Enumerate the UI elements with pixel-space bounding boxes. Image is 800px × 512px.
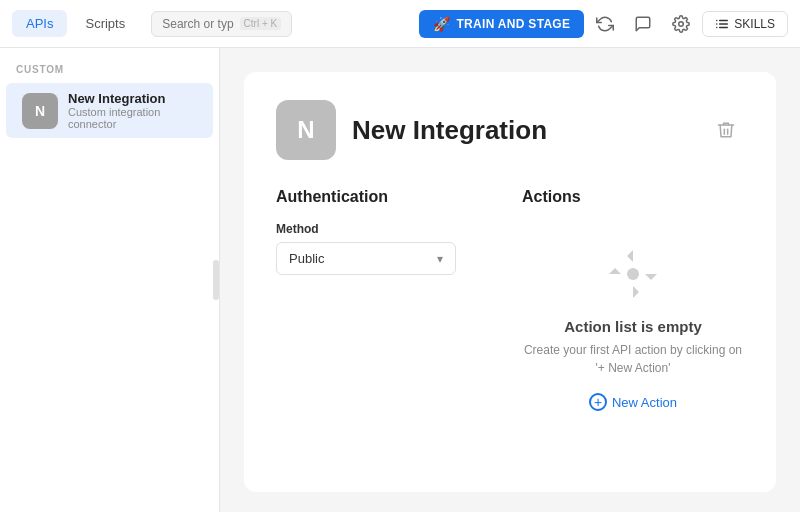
train-and-stage-button[interactable]: 🚀 TRAIN AND STAGE [419,10,584,38]
integration-avatar: N [276,100,336,160]
authentication-title: Authentication [276,188,498,206]
sidebar-item-new-integration[interactable]: N New Integration Custom integration con… [6,83,213,138]
skills-label: SKILLS [734,17,775,31]
content-area: N New Integration Authentication [220,48,800,512]
train-button-label: TRAIN AND STAGE [456,17,570,31]
move-icon [601,242,665,306]
chevron-down-icon: ▾ [437,252,443,266]
main-layout: CUSTOM N New Integration Custom integrat… [0,48,800,512]
search-input[interactable] [162,17,233,31]
sidebar-item-text: New Integration Custom integration conne… [68,91,197,130]
method-select[interactable]: Public ▾ [276,242,456,275]
integration-title: New Integration [352,115,692,146]
new-action-label: New Action [612,395,677,410]
actions-section: Actions Action list is empty Create your… [522,188,744,421]
method-value: Public [289,251,324,266]
svg-point-7 [627,268,639,280]
sidebar-drag-handle[interactable] [213,260,219,300]
search-bar: Ctrl + K [151,11,292,37]
sync-icon-button[interactable] [588,7,622,41]
rocket-icon: 🚀 [433,16,450,32]
gear-icon [672,15,690,33]
tab-scripts[interactable]: Scripts [71,10,139,37]
list-icon [715,17,729,31]
svg-point-0 [679,21,684,26]
sidebar-item-subtitle: Custom integration connector [68,106,197,130]
new-action-button[interactable]: + New Action [589,393,677,411]
delete-button[interactable] [708,112,744,148]
empty-state-title: Action list is empty [564,318,702,335]
skills-button[interactable]: SKILLS [702,11,788,37]
search-shortcut: Ctrl + K [240,17,282,30]
integration-header: N New Integration [276,100,744,160]
method-label: Method [276,222,498,236]
content-card: N New Integration Authentication [244,72,776,492]
authentication-section: Authentication Method Public ▾ [276,188,498,421]
actions-title: Actions [522,188,744,206]
plus-circle-icon: + [589,393,607,411]
two-columns: Authentication Method Public ▾ Actions [276,188,744,421]
sync-icon [596,15,614,33]
settings-icon-button[interactable] [664,7,698,41]
actions-empty-state: Action list is empty Create your first A… [522,222,744,421]
sidebar-item-avatar: N [22,93,58,129]
empty-state-desc: Create your first API action by clicking… [523,341,743,377]
trash-icon [716,120,736,140]
tab-apis[interactable]: APIs [12,10,67,37]
chat-icon [634,15,652,33]
sidebar-item-title: New Integration [68,91,197,106]
top-nav: APIs Scripts Ctrl + K 🚀 TRAIN AND STAGE [0,0,800,48]
sidebar-section-custom: CUSTOM [0,64,219,83]
sidebar: CUSTOM N New Integration Custom integrat… [0,48,220,512]
chat-icon-button[interactable] [626,7,660,41]
